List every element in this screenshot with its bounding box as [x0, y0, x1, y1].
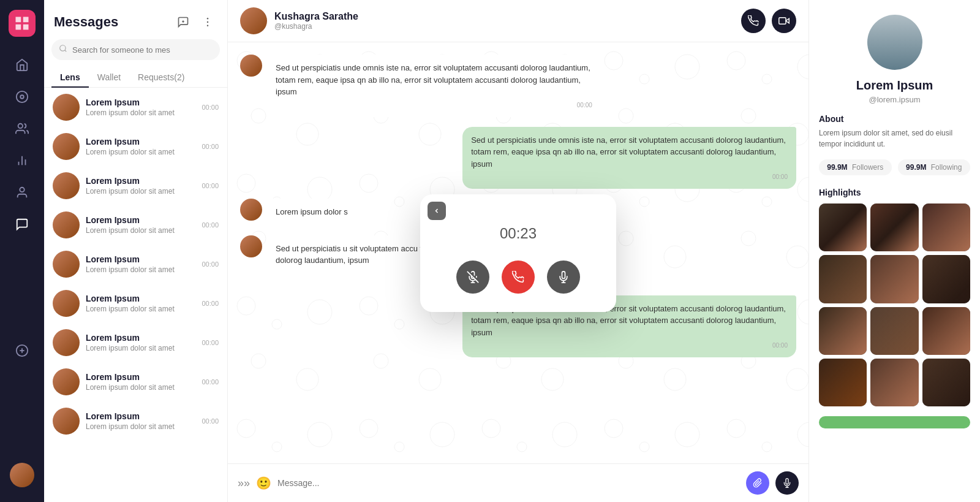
compose-icon[interactable] [173, 12, 193, 32]
sidebar-item-analytics[interactable] [9, 147, 36, 174]
following-count: 99.9M [906, 163, 926, 172]
call-close-button[interactable] [428, 202, 446, 220]
tab-wallet[interactable]: Wallet [89, 67, 129, 87]
svg-point-13 [207, 21, 209, 23]
svg-point-2 [18, 124, 23, 128]
sidebar-item-profile[interactable] [9, 179, 36, 206]
chat-list-item[interactable]: Lorem Ipsum Lorem ipsum dolor sit amet 0… [44, 284, 227, 323]
search-input[interactable] [72, 45, 213, 55]
highlight-item[interactable] [922, 255, 970, 303]
chat-header-info: Kushagra Sarathe @kushagra [274, 11, 358, 31]
chat-list-item[interactable]: Lorem Ipsum Lorem ipsum dolor sit amet 0… [44, 362, 227, 401]
chat-item-time: 00:00 [202, 104, 219, 111]
chat-item-name: Lorem Ipsum [86, 333, 195, 343]
messages-panel: Messages [44, 0, 228, 502]
search-bar[interactable] [51, 39, 220, 60]
highlight-item[interactable] [819, 203, 867, 251]
message-text: Sed ut perspiciatis unde omnis iste na, … [276, 63, 590, 96]
chat-list-item[interactable]: Lorem Ipsum Lorem ipsum dolor sit amet 0… [44, 88, 227, 127]
chat-item-avatar [53, 290, 80, 317]
chat-item-info: Lorem Ipsum Lorem ipsum dolor sit amet [86, 411, 195, 431]
chat-item-avatar [53, 251, 80, 278]
svg-point-1 [20, 95, 24, 99]
profile-about-title: About [819, 114, 843, 124]
sidebar-item-friends[interactable] [9, 115, 36, 142]
message-avatar [240, 55, 262, 77]
message-time: 00:00 [276, 101, 592, 110]
svg-point-15 [60, 45, 66, 51]
following-label: Following [931, 163, 962, 172]
highlight-item[interactable] [819, 307, 867, 355]
chat-item-info: Lorem Ipsum Lorem ipsum dolor sit amet [86, 294, 195, 313]
chat-list-item[interactable]: Lorem Ipsum Lorem ipsum dolor sit amet 0… [44, 245, 227, 284]
chat-contact-handle: @kushagra [274, 22, 358, 31]
profile-handle: @lorem.ipsum [869, 95, 921, 104]
view-more-button[interactable] [819, 416, 970, 428]
chat-item-time: 00:00 [202, 417, 219, 425]
highlight-item[interactable] [870, 203, 918, 251]
highlights-title: Highlights [819, 188, 861, 197]
chat-list-item[interactable]: Lorem Ipsum Lorem ipsum dolor sit amet 0… [44, 127, 227, 166]
highlight-item[interactable] [922, 203, 970, 251]
message-input[interactable] [277, 478, 740, 488]
video-call-button[interactable] [772, 9, 796, 33]
chat-list-item[interactable]: Lorem Ipsum Lorem ipsum dolor sit amet 0… [44, 166, 227, 205]
chat-item-avatar [53, 368, 80, 395]
chat-item-time: 00:00 [202, 300, 219, 307]
chat-item-avatar [53, 329, 80, 356]
user-avatar[interactable] [10, 463, 34, 487]
call-controls [435, 261, 601, 294]
profile-about-text: Lorem ipsum dolor sit amet, sed do eiusi… [819, 127, 970, 150]
highlight-item[interactable] [819, 359, 867, 406]
chat-item-name: Lorem Ipsum [86, 215, 195, 225]
profile-stats: 99.9M Followers 99.9M Following [819, 159, 970, 175]
chat-item-avatar [53, 211, 80, 238]
chat-item-time: 00:00 [202, 143, 219, 150]
call-overlay: 00:23 [420, 194, 616, 312]
chat-list-item[interactable]: Lorem Ipsum Lorem ipsum dolor sit amet 0… [44, 205, 227, 245]
tab-requests[interactable]: Requests(2) [129, 67, 193, 87]
mic-button[interactable] [547, 261, 580, 294]
chat-list-item[interactable]: Lorem Ipsum Lorem ipsum dolor sit amet 0… [44, 323, 227, 362]
voice-call-button[interactable] [741, 9, 766, 33]
sidebar-item-home[interactable] [9, 51, 36, 78]
chat-item-preview: Lorem ipsum dolor sit amet [86, 422, 195, 431]
chat-item-time: 00:00 [202, 378, 219, 386]
chat-item-info: Lorem Ipsum Lorem ipsum dolor sit amet [86, 254, 195, 274]
highlight-item[interactable] [922, 307, 970, 355]
chat-item-info: Lorem Ipsum Lorem ipsum dolor sit amet [86, 372, 195, 392]
chat-item-name: Lorem Ipsum [86, 254, 195, 264]
highlight-item[interactable] [870, 255, 918, 303]
chat-item-preview: Lorem ipsum dolor sit amet [86, 108, 195, 117]
chat-item-preview: Lorem ipsum dolor sit amet [86, 148, 195, 156]
voice-message-button[interactable] [775, 471, 799, 495]
more-options-icon[interactable] [198, 12, 217, 32]
highlight-item[interactable] [870, 307, 918, 355]
chat-item-avatar [53, 172, 80, 199]
chat-item-info: Lorem Ipsum Lorem ipsum dolor sit amet [86, 137, 195, 156]
attach-button[interactable] [746, 471, 769, 495]
sidebar-item-add[interactable] [9, 337, 36, 364]
svg-rect-18 [779, 18, 786, 25]
chat-messages: Sed ut perspiciatis unde omnis iste na, … [228, 42, 809, 463]
expand-icon[interactable]: »» [238, 477, 250, 490]
sidebar-item-messages[interactable] [9, 211, 36, 238]
highlight-item[interactable] [922, 359, 970, 406]
app-logo[interactable] [9, 10, 36, 37]
chat-list-item[interactable]: Lorem Ipsum Lorem ipsum dolor sit amet 0… [44, 401, 227, 441]
chat-list: Lorem Ipsum Lorem ipsum dolor sit amet 0… [44, 88, 227, 502]
messages-title: Messages [54, 14, 118, 30]
chat-item-preview: Lorem ipsum dolor sit amet [86, 305, 195, 313]
end-call-button[interactable] [502, 261, 535, 294]
profile-name: Lorem Ipsum [856, 78, 933, 93]
highlight-item[interactable] [870, 359, 918, 406]
sidebar-item-explore[interactable] [9, 83, 36, 110]
emoji-button[interactable]: 🙂 [256, 476, 271, 490]
chat-item-name: Lorem Ipsum [86, 137, 195, 146]
highlight-item[interactable] [819, 255, 867, 303]
mute-button[interactable] [456, 261, 489, 294]
tab-lens[interactable]: Lens [51, 67, 89, 87]
sidebar [0, 0, 44, 502]
message-bubble: Sed ut perspiciatis unde omnis iste na, … [267, 55, 601, 117]
chat-item-name: Lorem Ipsum [86, 176, 195, 186]
